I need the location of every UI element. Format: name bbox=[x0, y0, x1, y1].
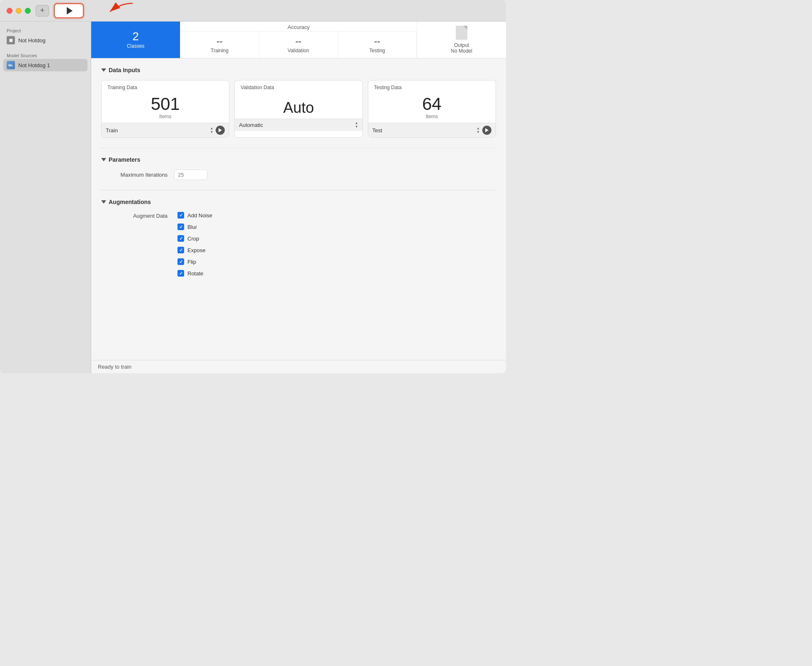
validation-data-label: Validation Data bbox=[235, 80, 362, 92]
validation-dropdown[interactable]: Automatic Train Test bbox=[239, 122, 352, 128]
testing-value: -- bbox=[374, 36, 380, 47]
tab-output[interactable]: Output No Model bbox=[417, 22, 506, 58]
ml-icon: ML bbox=[7, 61, 15, 69]
document-icon bbox=[456, 26, 467, 40]
status-text: Ready to train bbox=[98, 364, 131, 370]
tab-bar: 2 Classes Accuracy -- Training -- Valida… bbox=[91, 22, 506, 58]
parameters-header: Parameters bbox=[101, 156, 496, 163]
classes-count: 2 bbox=[132, 31, 139, 42]
training-label: Training bbox=[211, 48, 229, 53]
data-cards: Training Data 501 Items Train Test Autom… bbox=[101, 80, 496, 138]
parameters-section: Parameters Maximum Iterations bbox=[101, 156, 496, 180]
training-footer: Train Test Automatic ▲ ▼ bbox=[102, 123, 229, 137]
collapse-triangle[interactable] bbox=[101, 68, 106, 72]
checkbox-flip-box[interactable]: ✓ bbox=[177, 258, 184, 265]
maximize-button[interactable] bbox=[25, 8, 31, 14]
training-dropdown[interactable]: Train Test Automatic bbox=[106, 127, 207, 134]
checkbox-crop[interactable]: ✓ Crop bbox=[177, 235, 212, 242]
parameters-title: Parameters bbox=[109, 156, 140, 163]
training-data-count: 501 bbox=[102, 95, 229, 113]
play-icon bbox=[67, 7, 73, 15]
down-arrow[interactable]: ▼ bbox=[355, 125, 358, 129]
document-icon: ▦ bbox=[7, 36, 15, 44]
validation-footer: Automatic Train Test ▲ ▼ bbox=[235, 119, 362, 131]
augmentations-title: Augmentations bbox=[109, 199, 151, 205]
project-label: Project bbox=[0, 27, 91, 34]
checkbox-expose[interactable]: ✓ Expose bbox=[177, 247, 212, 253]
training-data-label: Training Data bbox=[102, 80, 229, 92]
checkbox-flip[interactable]: ✓ Flip bbox=[177, 258, 212, 265]
status-bar: Ready to train bbox=[91, 360, 506, 373]
up-arrow[interactable]: ▲ bbox=[210, 127, 213, 130]
checkbox-add-noise[interactable]: ✓ Add Noise bbox=[177, 212, 212, 219]
training-items-label: Items bbox=[102, 114, 229, 123]
testing-items-label: Items bbox=[368, 114, 496, 123]
checkbox-rotate[interactable]: ✓ Rotate bbox=[177, 270, 212, 277]
checkbox-rotate-box[interactable]: ✓ bbox=[177, 270, 184, 277]
training-go-button[interactable] bbox=[216, 126, 225, 135]
tab-validation[interactable]: -- Validation bbox=[259, 32, 338, 58]
augmentations-section: Augmentations Augment Data ✓ Add Noise ✓… bbox=[101, 199, 496, 277]
content-area: 2 Classes Accuracy -- Training -- Valida… bbox=[91, 22, 506, 373]
validation-data-card: Validation Data Auto Automatic Train Tes… bbox=[234, 80, 362, 138]
data-inputs-header: Data Inputs bbox=[101, 67, 496, 73]
separator-2 bbox=[101, 190, 496, 190]
traffic-lights bbox=[7, 8, 31, 14]
minimize-button[interactable] bbox=[16, 8, 22, 14]
testing-data-count: 64 bbox=[368, 95, 496, 113]
sidebar-item-project[interactable]: ▦ Not Hotdog bbox=[0, 34, 91, 46]
validation-stepper[interactable]: ▲ ▼ bbox=[355, 122, 358, 129]
titlebar: + bbox=[0, 0, 506, 22]
rotate-label: Rotate bbox=[187, 270, 203, 277]
parameters-triangle[interactable] bbox=[101, 158, 106, 161]
checkboxes-column: ✓ Add Noise ✓ Blur ✓ Crop bbox=[177, 212, 212, 277]
max-iterations-input[interactable] bbox=[174, 170, 207, 180]
play-button[interactable] bbox=[54, 3, 84, 18]
training-stepper[interactable]: ▲ ▼ bbox=[210, 127, 213, 134]
go-icon bbox=[485, 128, 489, 132]
testing-go-button[interactable] bbox=[482, 126, 491, 135]
checkbox-add-noise-box[interactable]: ✓ bbox=[177, 212, 184, 219]
validation-value: -- bbox=[295, 36, 301, 47]
flip-label: Flip bbox=[187, 259, 196, 265]
augmentations-header: Augmentations bbox=[101, 199, 496, 205]
crop-label: Crop bbox=[187, 236, 199, 242]
up-arrow[interactable]: ▲ bbox=[477, 127, 480, 130]
testing-label: Testing bbox=[369, 48, 385, 53]
project-name: Not Hotdog bbox=[18, 37, 46, 44]
augment-data-label: Augment Data bbox=[101, 212, 168, 219]
output-label: Output bbox=[454, 42, 469, 48]
classes-label: Classes bbox=[127, 43, 145, 49]
blur-label: Blur bbox=[187, 224, 197, 230]
testing-footer: Test Train Automatic ▲ ▼ bbox=[368, 123, 496, 137]
scroll-content: Data Inputs Training Data 501 Items bbox=[91, 58, 506, 360]
model-sources-label: Model Sources bbox=[0, 51, 91, 59]
checkbox-blur[interactable]: ✓ Blur bbox=[177, 224, 212, 230]
add-noise-label: Add Noise bbox=[187, 212, 212, 219]
down-arrow[interactable]: ▼ bbox=[210, 131, 213, 134]
tab-training[interactable]: -- Training bbox=[180, 32, 259, 58]
checkbox-crop-box[interactable]: ✓ bbox=[177, 235, 184, 242]
up-arrow[interactable]: ▲ bbox=[355, 122, 358, 125]
checkbox-blur-box[interactable]: ✓ bbox=[177, 224, 184, 230]
augmentations-triangle[interactable] bbox=[101, 200, 106, 204]
testing-dropdown[interactable]: Test Train Automatic bbox=[372, 127, 474, 134]
new-tab-button[interactable]: + bbox=[36, 5, 49, 17]
validation-label: Validation bbox=[288, 48, 309, 53]
sidebar-item-model[interactable]: ML Not Hotdog 1 bbox=[3, 59, 88, 71]
testing-data-label: Testing Data bbox=[368, 80, 496, 92]
model-source-name: Not Hotdog 1 bbox=[18, 62, 50, 68]
down-arrow[interactable]: ▼ bbox=[477, 131, 480, 134]
tab-input[interactable]: 2 Classes bbox=[91, 22, 180, 58]
training-data-card: Training Data 501 Items Train Test Autom… bbox=[101, 80, 229, 138]
validation-data-value: Auto bbox=[235, 100, 362, 115]
data-inputs-section: Data Inputs Training Data 501 Items bbox=[101, 67, 496, 138]
sidebar: Project ▦ Not Hotdog Model Sources ML No… bbox=[0, 22, 91, 373]
checkbox-expose-box[interactable]: ✓ bbox=[177, 247, 184, 253]
separator-1 bbox=[101, 148, 496, 148]
close-button[interactable] bbox=[7, 8, 12, 14]
data-inputs-title: Data Inputs bbox=[109, 67, 140, 73]
tab-testing[interactable]: -- Testing bbox=[338, 32, 417, 58]
testing-stepper[interactable]: ▲ ▼ bbox=[477, 127, 480, 134]
go-icon bbox=[219, 128, 222, 132]
